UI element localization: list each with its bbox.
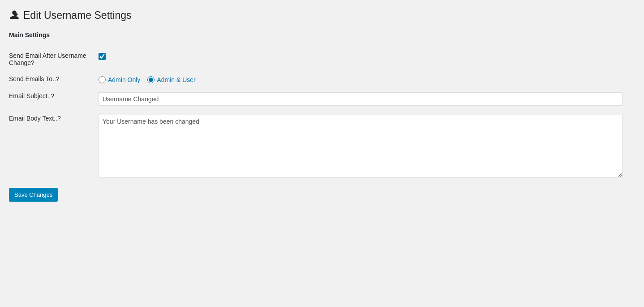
radio-option-admin-user[interactable]: Admin & User [147,76,195,83]
section-title: Main Settings [9,31,635,39]
send-emails-to-row: Send Emails To..? Admin Only Admin & Use… [9,71,635,88]
email-body-textarea[interactable]: Your Username has been changed [99,115,623,177]
radio-admin-only[interactable] [99,76,106,83]
page-title: Edit Username Settings [23,9,132,22]
email-subject-control [99,88,635,110]
email-subject-input[interactable] [99,92,623,106]
email-body-row: Email Body Text..? Your Username has bee… [9,110,635,183]
email-subject-row: Email Subject..? [9,88,635,110]
email-subject-label: Email Subject..? [9,88,99,110]
send-email-label: Send Email After Username Change? [9,48,99,71]
send-email-row: Send Email After Username Change? [9,48,635,71]
radio-option-admin-only[interactable]: Admin Only [99,76,140,83]
send-emails-to-control: Admin Only Admin & User [99,71,635,88]
radio-admin-only-label: Admin Only [108,76,140,83]
send-emails-radio-group: Admin Only Admin & User [99,75,635,83]
page-header: Edit Username Settings [9,9,635,22]
user-edit-icon [9,9,20,22]
send-email-checkbox[interactable] [99,53,106,60]
email-body-control: Your Username has been changed [99,110,635,183]
send-emails-to-label: Send Emails To..? [9,71,99,88]
radio-admin-user-label: Admin & User [157,76,195,83]
email-body-label: Email Body Text..? [9,110,99,183]
main-settings-section: Main Settings Send Email After Username … [9,31,635,202]
radio-admin-user[interactable] [147,76,155,83]
send-email-control [99,48,635,71]
save-changes-button[interactable]: Save Changes [9,188,58,202]
settings-table: Send Email After Username Change? Send E… [9,48,635,183]
